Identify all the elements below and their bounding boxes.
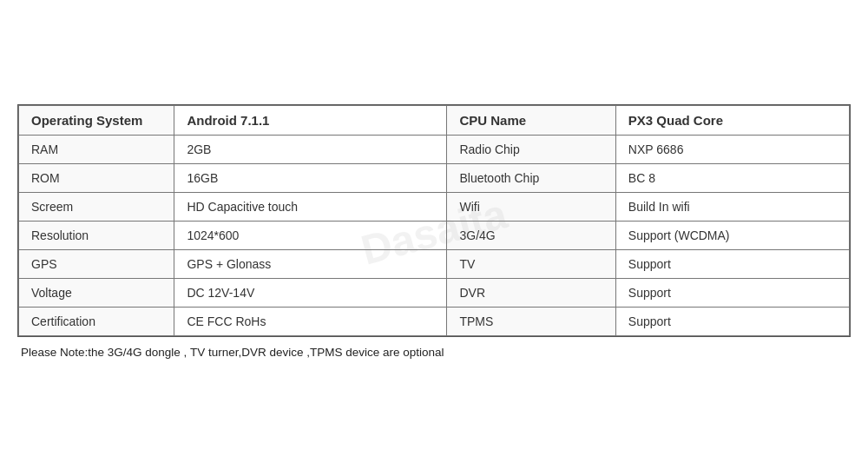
certification-label: Certification: [19, 308, 174, 336]
bluetooth-chip-label: Bluetooth Chip: [447, 164, 615, 193]
voltage-label: Voltage: [19, 279, 174, 308]
resolution-label: Resolution: [19, 222, 174, 250]
resolution-value: 1024*600: [174, 222, 447, 250]
table-row: RAM 2GB Radio Chip NXP 6686: [19, 136, 850, 164]
wifi-value: Build In wifi: [615, 193, 849, 222]
gps-label: GPS: [19, 250, 174, 279]
note-text: Please Note:the 3G/4G dongle , TV turner…: [17, 337, 851, 359]
table-row: Certification CE FCC RoHs TPMS Support: [19, 308, 850, 336]
rom-label: ROM: [19, 164, 174, 193]
dvr-label: DVR: [447, 279, 615, 308]
table-row: Resolution 1024*600 3G/4G Support (WCDMA…: [19, 222, 850, 250]
spec-table-wrapper: Operating System Android 7.1.1 CPU Name …: [17, 104, 851, 337]
table-row: GPS GPS + Glonass TV Support: [19, 250, 850, 279]
tpms-value: Support: [615, 308, 849, 336]
dvr-value: Support: [615, 279, 849, 308]
tv-value: Support: [615, 250, 849, 279]
os-value: Android 7.1.1: [174, 106, 447, 136]
table-row: ROM 16GB Bluetooth Chip BC 8: [19, 164, 850, 193]
cpu-label: CPU Name: [447, 106, 615, 136]
rom-value: 16GB: [174, 164, 447, 193]
table-row: Operating System Android 7.1.1 CPU Name …: [19, 106, 850, 136]
tpms-label: TPMS: [447, 308, 615, 336]
voltage-value: DC 12V-14V: [174, 279, 447, 308]
spec-table: Operating System Android 7.1.1 CPU Name …: [18, 105, 850, 336]
screen-value: HD Capacitive touch: [174, 193, 447, 222]
radio-chip-value: NXP 6686: [615, 136, 849, 164]
wifi-label: Wifi: [447, 193, 615, 222]
3g4g-value: Support (WCDMA): [615, 222, 849, 250]
tv-label: TV: [447, 250, 615, 279]
table-row: Voltage DC 12V-14V DVR Support: [19, 279, 850, 308]
cpu-value: PX3 Quad Core: [615, 106, 849, 136]
certification-value: CE FCC RoHs: [174, 308, 447, 336]
screen-label: Screem: [19, 193, 174, 222]
table-row: Screem HD Capacitive touch Wifi Build In…: [19, 193, 850, 222]
ram-label: RAM: [19, 136, 174, 164]
os-label: Operating System: [19, 106, 174, 136]
bluetooth-chip-value: BC 8: [615, 164, 849, 193]
gps-value: GPS + Glonass: [174, 250, 447, 279]
radio-chip-label: Radio Chip: [447, 136, 615, 164]
ram-value: 2GB: [174, 136, 447, 164]
3g4g-label: 3G/4G: [447, 222, 615, 250]
